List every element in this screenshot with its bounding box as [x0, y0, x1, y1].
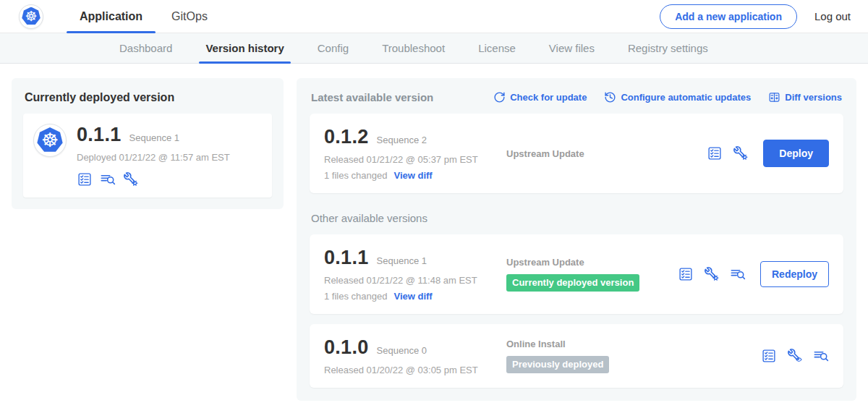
tab-gitops[interactable]: GitOps: [157, 0, 222, 33]
currently-deployed-badge: Currently deployed version: [506, 274, 639, 292]
deployed-timestamp: Deployed 01/21/22 @ 11:57 am EST: [77, 152, 230, 163]
app-nav: Application GitOps: [65, 0, 222, 33]
edit-config-icon[interactable]: [733, 145, 749, 161]
subnav-tab-troubleshoot[interactable]: Troubleshoot: [365, 33, 461, 63]
version-card-0-1-0: 0.1.0 Sequence 0 Released 01/20/22 @ 03:…: [310, 324, 843, 388]
app-subnav: Dashboard Version history Config Trouble…: [0, 33, 868, 64]
released-timestamp: Released 01/21/22 @ 05:37 pm EST: [324, 154, 506, 165]
version-card-0-1-1: 0.1.1 Sequence 1 Released 01/21/22 @ 11:…: [310, 234, 843, 314]
edit-config-icon[interactable]: [704, 266, 720, 282]
deployed-version-number: 0.1.1: [77, 124, 122, 146]
files-changed-label: 1 files changed: [324, 291, 387, 302]
version-card-0-1-2: 0.1.2 Sequence 2 Released 01/21/22 @ 05:…: [310, 114, 843, 193]
refresh-icon: [493, 91, 506, 103]
sequence-label: Sequence 1: [377, 255, 427, 266]
files-changed-label: 1 files changed: [324, 170, 387, 181]
currently-deployed-panel: Currently deployed version ☸ 0.1.1 Seque…: [12, 78, 284, 209]
subnav-tab-version-history[interactable]: Version history: [189, 33, 300, 63]
version-source-label: Online Install: [506, 339, 752, 349]
subnav-tab-dashboard[interactable]: Dashboard: [103, 33, 189, 63]
latest-available-title: Latest available version: [311, 91, 433, 103]
released-timestamp: Released 01/20/22 @ 03:05 pm EST: [324, 365, 506, 375]
version-source-label: Upstream Update: [506, 257, 669, 268]
check-for-update-link[interactable]: Check for update: [493, 91, 587, 103]
version-number: 0.1.0: [324, 336, 369, 359]
version-history-page: Currently deployed version ☸ 0.1.1 Seque…: [0, 64, 868, 401]
deploy-button[interactable]: Deploy: [763, 140, 829, 167]
tab-application[interactable]: Application: [65, 0, 157, 33]
version-number: 0.1.1: [324, 247, 369, 269]
version-source-label: Upstream Update: [506, 148, 698, 159]
subnav-tab-config[interactable]: Config: [301, 33, 365, 63]
sequence-label: Sequence 0: [377, 345, 427, 356]
other-available-versions-title: Other available versions: [311, 212, 842, 224]
configure-automatic-updates-link[interactable]: Configure automatic updates: [604, 91, 751, 103]
released-timestamp: Released 01/21/22 @ 11:48 am EST: [324, 275, 506, 286]
view-logs-icon[interactable]: [730, 266, 746, 282]
preflight-checklist-icon[interactable]: [77, 171, 93, 187]
kubernetes-logo-icon: ☸: [19, 4, 43, 29]
available-versions-panel: Latest available version Check for updat…: [297, 78, 856, 401]
view-diff-link[interactable]: View diff: [393, 291, 432, 302]
add-application-button[interactable]: Add a new application: [660, 4, 797, 29]
preflight-checklist-icon[interactable]: [678, 266, 694, 282]
view-logs-icon[interactable]: [100, 171, 116, 187]
previously-deployed-badge: Previously deployed: [506, 356, 609, 373]
diff-versions-link[interactable]: Diff versions: [768, 91, 842, 103]
diff-icon: [768, 91, 780, 103]
currently-deployed-card: ☸ 0.1.1 Sequence 1 Deployed 01/21/22 @ 1…: [23, 114, 272, 197]
top-header: ☸ Application GitOps Add a new applicati…: [0, 0, 868, 33]
view-logs-icon[interactable]: [813, 348, 829, 364]
auto-update-icon: [604, 91, 616, 103]
edit-config-icon[interactable]: [123, 171, 139, 187]
logout-button[interactable]: Log out: [814, 10, 851, 22]
sequence-label: Sequence 2: [377, 135, 427, 145]
subnav-tab-view-files[interactable]: View files: [532, 33, 611, 63]
app-logo-icon: ☸: [33, 124, 67, 157]
preflight-checklist-icon[interactable]: [761, 348, 777, 364]
redeploy-button[interactable]: Redeploy: [760, 261, 829, 287]
view-diff-link[interactable]: View diff: [393, 170, 432, 181]
view-config-icon[interactable]: [787, 348, 803, 364]
currently-deployed-title: Currently deployed version: [25, 91, 272, 104]
version-number: 0.1.2: [324, 126, 369, 148]
subnav-tab-registry-settings[interactable]: Registry settings: [611, 33, 725, 63]
deployed-sequence-label: Sequence 1: [129, 132, 179, 143]
preflight-checklist-icon[interactable]: [707, 145, 723, 161]
subnav-tab-license[interactable]: License: [461, 33, 532, 63]
